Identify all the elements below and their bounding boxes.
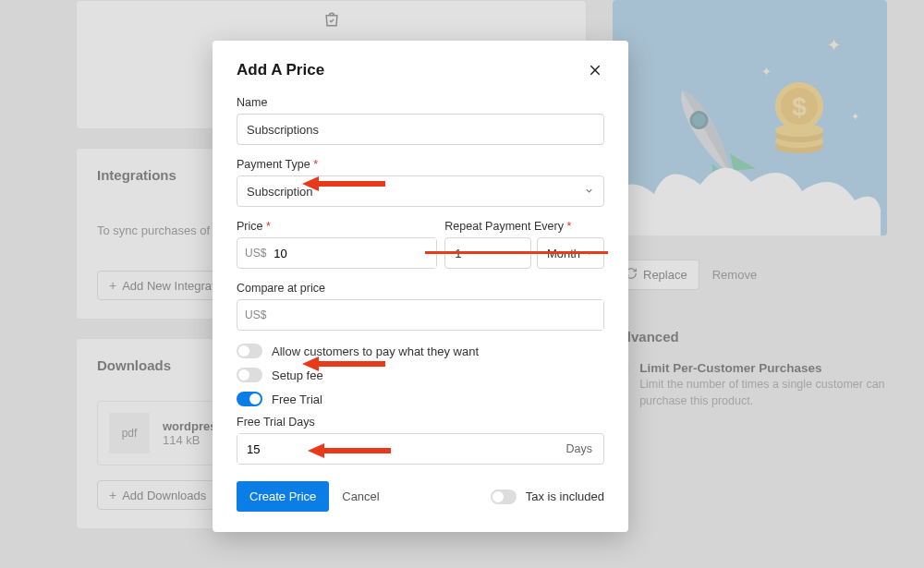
name-input[interactable]: [237, 114, 604, 145]
compare-input[interactable]: [274, 300, 603, 330]
payment-type-label: Payment Type *: [237, 158, 604, 171]
annotation-underline: [425, 251, 608, 254]
free-trial-days-input[interactable]: [237, 434, 566, 464]
name-label: Name: [237, 96, 604, 109]
modal-title: Add A Price: [237, 61, 324, 79]
price-label: Price *: [237, 220, 437, 233]
free-trial-toggle[interactable]: [237, 392, 262, 406]
create-price-button[interactable]: Create Price: [237, 481, 329, 512]
cancel-button[interactable]: Cancel: [342, 489, 379, 503]
currency-label: US$: [237, 308, 274, 321]
pay-what-label: Allow customers to pay what they want: [272, 344, 479, 358]
setup-fee-label: Setup fee: [272, 369, 323, 382]
repeat-label: Repeat Payment Every *: [444, 220, 604, 233]
compare-label: Compare at price: [237, 282, 604, 295]
free-trial-days-label: Free Trial Days: [237, 416, 604, 429]
pay-what-toggle[interactable]: [237, 344, 262, 358]
free-trial-label: Free Trial: [272, 393, 322, 406]
price-input-wrap[interactable]: US$: [237, 237, 437, 269]
chevron-down-icon: [584, 185, 594, 199]
days-unit: Days: [566, 442, 603, 455]
compare-input-wrap[interactable]: US$: [237, 299, 604, 331]
price-input[interactable]: [274, 238, 436, 268]
close-button[interactable]: [586, 61, 604, 79]
setup-fee-toggle[interactable]: [237, 368, 262, 382]
close-icon: [588, 63, 602, 78]
tax-included-label: Tax is included: [526, 489, 604, 503]
add-price-modal: Add A Price Name Payment Type * Subscrip…: [213, 41, 628, 532]
tax-included-toggle[interactable]: [491, 489, 517, 504]
payment-type-select[interactable]: Subscription: [237, 175, 604, 207]
currency-label: US$: [237, 247, 274, 260]
